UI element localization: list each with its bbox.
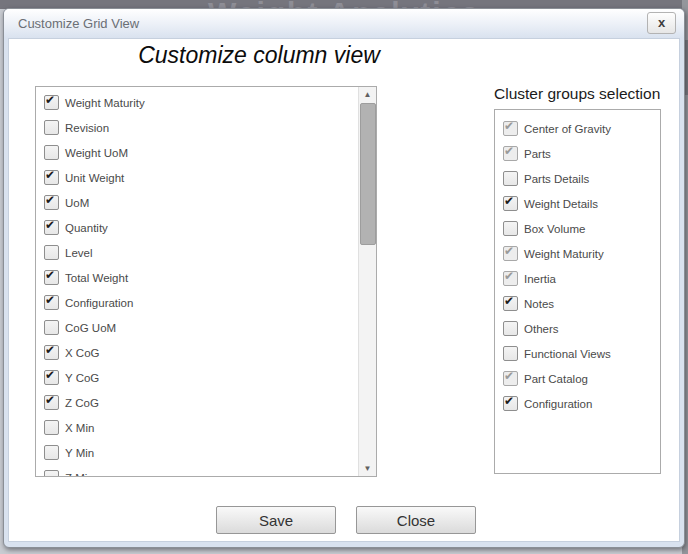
checkbox-icon[interactable]: [503, 171, 518, 186]
checkbox-icon[interactable]: [503, 321, 518, 336]
checkbox-icon[interactable]: ✔: [44, 370, 59, 385]
cluster-option-label: Part Catalog: [524, 373, 588, 385]
cluster-list: ✔Center of Gravity✔PartsParts Details✔We…: [495, 110, 660, 416]
checkmark-icon: ✔: [504, 194, 514, 208]
cluster-option[interactable]: Functional Views: [495, 341, 660, 366]
checkbox-icon[interactable]: ✔: [503, 121, 518, 136]
checkbox-icon[interactable]: [44, 445, 59, 460]
dialog-titlebar: Customize Grid View x: [4, 9, 684, 38]
checkbox-icon[interactable]: ✔: [44, 295, 59, 310]
dialog-close-button[interactable]: x: [647, 12, 676, 34]
column-option-label: Z CoG: [65, 397, 99, 409]
cluster-option-label: Inertia: [524, 273, 556, 285]
checkbox-icon[interactable]: ✔: [44, 170, 59, 185]
checkbox-icon[interactable]: ✔: [44, 220, 59, 235]
cluster-option[interactable]: ✔Parts: [495, 141, 660, 166]
scroll-up-arrow-icon[interactable]: ▲: [359, 87, 376, 102]
column-option[interactable]: Z Min: [36, 465, 359, 477]
checkmark-icon: ✔: [45, 343, 55, 357]
checkbox-icon[interactable]: ✔: [44, 195, 59, 210]
cluster-option[interactable]: ✔Center of Gravity: [495, 116, 660, 141]
checkbox-icon[interactable]: ✔: [503, 371, 518, 386]
column-option-label: Y CoG: [65, 372, 99, 384]
checkbox-icon[interactable]: ✔: [44, 95, 59, 110]
cluster-option-label: Weight Maturity: [524, 248, 604, 260]
column-option[interactable]: Y Min: [36, 440, 359, 465]
column-option[interactable]: ✔Y CoG: [36, 365, 359, 390]
checkbox-icon[interactable]: ✔: [503, 296, 518, 311]
checkbox-icon[interactable]: [44, 420, 59, 435]
column-option-label: UoM: [65, 197, 89, 209]
column-list: ✔Weight MaturityRevisionWeight UoM✔Unit …: [36, 90, 359, 477]
column-option[interactable]: ✔Configuration: [36, 290, 359, 315]
column-option[interactable]: ✔UoM: [36, 190, 359, 215]
cluster-option-label: Others: [524, 323, 559, 335]
dialog-heading: Customize column view: [29, 42, 489, 69]
checkbox-icon[interactable]: [503, 346, 518, 361]
column-option[interactable]: Weight UoM: [36, 140, 359, 165]
column-option-label: Weight Maturity: [65, 97, 145, 109]
checkbox-icon[interactable]: [44, 245, 59, 260]
column-option[interactable]: ✔Unit Weight: [36, 165, 359, 190]
checkbox-icon[interactable]: ✔: [503, 246, 518, 261]
column-list-box: ✔Weight MaturityRevisionWeight UoM✔Unit …: [35, 86, 377, 477]
column-option[interactable]: ✔Weight Maturity: [36, 90, 359, 115]
checkbox-icon[interactable]: [44, 120, 59, 135]
checkbox-icon[interactable]: ✔: [503, 196, 518, 211]
cluster-option[interactable]: ✔Configuration: [495, 391, 660, 416]
column-option[interactable]: Level: [36, 240, 359, 265]
column-option[interactable]: ✔Quantity: [36, 215, 359, 240]
scrollbar-thumb[interactable]: [360, 103, 376, 245]
cluster-option[interactable]: Box Volume: [495, 216, 660, 241]
checkbox-icon[interactable]: ✔: [503, 271, 518, 286]
column-option[interactable]: ✔Z CoG: [36, 390, 359, 415]
checkbox-icon[interactable]: ✔: [44, 270, 59, 285]
save-button[interactable]: Save: [216, 506, 336, 534]
column-option-label: X Min: [65, 422, 94, 434]
cluster-option[interactable]: ✔Weight Maturity: [495, 241, 660, 266]
close-button[interactable]: Close: [356, 506, 476, 534]
cluster-list-box: ✔Center of Gravity✔PartsParts Details✔We…: [494, 109, 661, 474]
cluster-groups-title: Cluster groups selection: [494, 85, 660, 103]
checkbox-icon[interactable]: ✔: [44, 345, 59, 360]
column-option-label: Level: [65, 247, 93, 259]
column-option[interactable]: X Min: [36, 415, 359, 440]
column-option[interactable]: Revision: [36, 115, 359, 140]
cluster-option-label: Parts: [524, 148, 551, 160]
dialog-title: Customize Grid View: [18, 16, 139, 31]
scroll-down-arrow-icon[interactable]: ▼: [359, 461, 376, 476]
checkbox-icon[interactable]: [44, 320, 59, 335]
dialog-content: Customize column view ✔Weight MaturityRe…: [8, 38, 680, 542]
checkbox-icon[interactable]: ✔: [503, 146, 518, 161]
checkmark-icon: ✔: [504, 144, 514, 158]
cluster-option[interactable]: ✔Part Catalog: [495, 366, 660, 391]
checkmark-icon: ✔: [45, 393, 55, 407]
column-option-label: Y Min: [65, 447, 94, 459]
checkbox-icon[interactable]: [44, 470, 59, 477]
cluster-option-label: Center of Gravity: [524, 123, 611, 135]
column-option-label: X CoG: [65, 347, 100, 359]
checkmark-icon: ✔: [45, 193, 55, 207]
close-icon: x: [658, 15, 665, 30]
cluster-option-label: Configuration: [524, 398, 592, 410]
column-option-label: Z Min: [65, 472, 94, 478]
checkbox-icon[interactable]: ✔: [503, 396, 518, 411]
cluster-option[interactable]: Others: [495, 316, 660, 341]
checkmark-icon: ✔: [45, 168, 55, 182]
cluster-option[interactable]: Parts Details: [495, 166, 660, 191]
column-option[interactable]: ✔Total Weight: [36, 265, 359, 290]
checkmark-icon: ✔: [45, 293, 55, 307]
cluster-option[interactable]: ✔Notes: [495, 291, 660, 316]
checkbox-icon[interactable]: [503, 221, 518, 236]
cluster-option[interactable]: ✔Inertia: [495, 266, 660, 291]
checkbox-icon[interactable]: ✔: [44, 395, 59, 410]
cluster-option[interactable]: ✔Weight Details: [495, 191, 660, 216]
checkmark-icon: ✔: [504, 369, 514, 383]
column-option-label: Configuration: [65, 297, 133, 309]
checkmark-icon: ✔: [504, 394, 514, 408]
column-option[interactable]: ✔X CoG: [36, 340, 359, 365]
checkbox-icon[interactable]: [44, 145, 59, 160]
column-list-scrollbar[interactable]: ▲ ▼: [358, 87, 376, 476]
column-option-label: Unit Weight: [65, 172, 124, 184]
column-option[interactable]: CoG UoM: [36, 315, 359, 340]
